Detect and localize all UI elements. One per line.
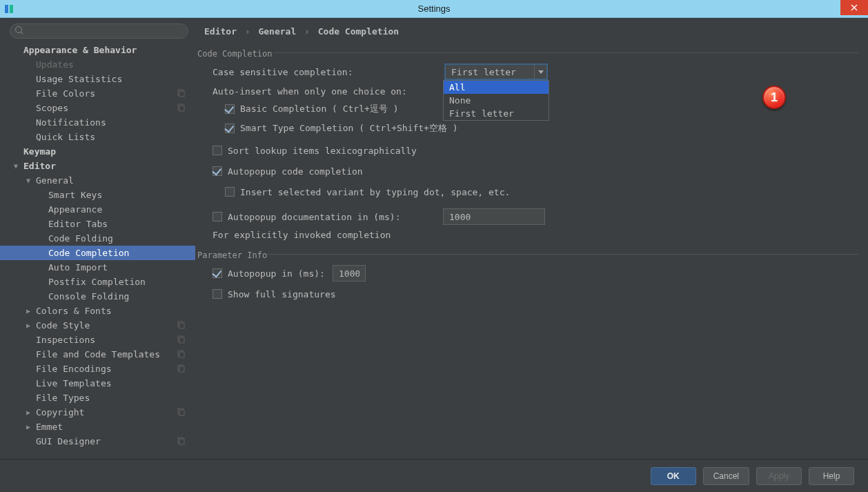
ok-button[interactable]: OK xyxy=(651,467,696,485)
autopopup-doc-checkbox[interactable] xyxy=(213,212,222,222)
svg-rect-11 xyxy=(179,352,184,357)
tree-item-label: Appearance & Behavior xyxy=(23,45,137,55)
tree-item[interactable]: ▶Copyright xyxy=(0,405,195,420)
auto-insert-label: Auto-insert when only one choice on: xyxy=(213,86,407,97)
settings-tree: Appearance & BehaviorUpdatesUsage Statis… xyxy=(0,41,195,459)
search-input[interactable] xyxy=(10,23,188,39)
breadcrumb: Editor › General › Code Completion xyxy=(197,18,858,43)
full-signatures-checkbox[interactable] xyxy=(213,289,222,299)
case-sensitive-select[interactable]: First letter xyxy=(444,63,548,80)
dropdown-option-none[interactable]: None xyxy=(444,94,549,107)
svg-rect-0 xyxy=(5,5,8,13)
svg-rect-5 xyxy=(179,106,184,111)
breadcrumb-part: Code Completion xyxy=(318,26,399,37)
sort-lexicographically-checkbox[interactable] xyxy=(213,146,222,155)
tree-item[interactable]: ▼General xyxy=(0,173,195,188)
basic-completion-checkbox[interactable] xyxy=(225,104,235,114)
autopopup-completion-checkbox[interactable] xyxy=(213,166,222,176)
tree-item-label: Copyright xyxy=(36,407,84,417)
tree-item[interactable]: ▶Emmet xyxy=(0,420,195,434)
app-icon xyxy=(0,0,18,18)
tree-item-label: Quick Lists xyxy=(36,132,95,142)
tree-item[interactable]: Inspections xyxy=(0,333,195,347)
tree-item-label: File Types xyxy=(36,393,90,403)
tree-item[interactable]: Auto Import xyxy=(0,260,195,275)
tree-item[interactable]: File Encodings xyxy=(0,362,195,376)
titlebar: Settings xyxy=(0,0,868,18)
help-button[interactable]: Help xyxy=(809,467,854,485)
param-autopopup-checkbox[interactable] xyxy=(213,268,222,278)
sort-lexicographically-label: Sort lookup items lexicographically xyxy=(228,146,417,156)
cancel-button[interactable]: Cancel xyxy=(703,467,749,485)
tree-item[interactable]: Editor Tabs xyxy=(0,217,195,231)
tree-item-label: Inspections xyxy=(36,335,95,345)
tree-item[interactable]: Quick Lists xyxy=(0,130,195,144)
tree-item[interactable]: Appearance xyxy=(0,202,195,217)
tree-item-label: Live Templates xyxy=(36,378,112,388)
tree-item-label: Updates xyxy=(36,59,74,70)
svg-rect-1 xyxy=(10,5,13,13)
basic-completion-label: Basic Completion ( Ctrl+逗号 ) xyxy=(240,103,399,115)
tree-item[interactable]: Code Folding xyxy=(0,231,195,246)
tree-item[interactable]: Console Folding xyxy=(0,289,195,304)
dropdown-option-first-letter[interactable]: First letter xyxy=(444,107,549,120)
section-title: Parameter Info xyxy=(197,246,858,264)
chevron-right-icon: › xyxy=(302,26,313,37)
scope-icon xyxy=(177,437,186,447)
autopopup-doc-input[interactable] xyxy=(443,208,545,225)
svg-rect-7 xyxy=(179,323,184,328)
breadcrumb-part[interactable]: Editor xyxy=(204,26,237,37)
chevron-icon: ▶ xyxy=(26,409,33,416)
tree-item[interactable]: Usage Statistics xyxy=(0,72,195,86)
tree-item[interactable]: Appearance & Behavior xyxy=(0,43,195,57)
apply-button[interactable]: Apply xyxy=(756,467,802,485)
window-title: Settings xyxy=(418,3,451,14)
tree-item[interactable]: ▶Code Style xyxy=(0,318,195,333)
tree-item-label: File and Code Templates xyxy=(36,349,160,360)
tree-item-label: Code Folding xyxy=(48,233,113,244)
tree-item[interactable]: Live Templates xyxy=(0,376,195,391)
tree-item[interactable]: Notifications xyxy=(0,115,195,130)
tree-item[interactable]: Postfix Completion xyxy=(0,275,195,289)
dropdown-option-all[interactable]: All xyxy=(444,81,549,94)
tree-item[interactable]: Code Completion xyxy=(0,246,195,260)
tree-item[interactable]: File Types xyxy=(0,391,195,405)
scope-icon xyxy=(177,408,186,418)
button-bar: OK Cancel Apply Help xyxy=(0,459,868,492)
tree-item[interactable]: File and Code Templates xyxy=(0,347,195,362)
chevron-icon: ▼ xyxy=(26,177,33,184)
tree-item[interactable]: ▼Editor xyxy=(0,159,195,173)
tree-item-label: Smart Keys xyxy=(48,190,102,200)
smart-completion-checkbox[interactable] xyxy=(225,124,235,133)
close-button[interactable] xyxy=(840,0,868,15)
chevron-icon: ▼ xyxy=(14,162,21,170)
tree-item[interactable]: GUI Designer xyxy=(0,434,195,449)
param-autopopup-label: Autopopup in (ms): xyxy=(228,268,333,279)
tree-item[interactable]: Keymap xyxy=(0,144,195,159)
tree-item[interactable]: File Colors xyxy=(0,86,195,101)
tree-item[interactable]: ▶Colors & Fonts xyxy=(0,304,195,318)
tree-item-label: Appearance xyxy=(48,204,102,215)
tree-item-label: Notifications xyxy=(36,117,106,128)
main-panel: Editor › General › Code Completion Code … xyxy=(196,18,868,459)
param-autopopup-input[interactable] xyxy=(333,265,366,282)
breadcrumb-part[interactable]: General xyxy=(258,26,296,37)
scope-icon xyxy=(177,335,186,346)
tree-item-label: Code Style xyxy=(36,320,90,331)
tree-item-label: File Encodings xyxy=(36,364,112,374)
chevron-icon: ▶ xyxy=(26,307,33,315)
search-icon xyxy=(15,26,23,35)
autopopup-completion-label: Autopopup code completion xyxy=(228,166,363,177)
tree-item-label: Usage Statistics xyxy=(36,74,122,84)
tree-item[interactable]: Smart Keys xyxy=(0,188,195,202)
scope-icon xyxy=(177,104,186,114)
scope-icon xyxy=(177,364,186,375)
sidebar: Appearance & BehaviorUpdatesUsage Statis… xyxy=(0,18,196,459)
insert-variant-checkbox[interactable] xyxy=(225,187,235,197)
chevron-icon: ▶ xyxy=(26,322,33,329)
tree-item[interactable]: Updates xyxy=(0,57,195,72)
insert-variant-label: Insert selected variant by typing dot, s… xyxy=(240,187,510,197)
full-signatures-label: Show full signatures xyxy=(228,289,336,299)
tree-item-label: File Colors xyxy=(36,88,95,99)
tree-item[interactable]: Scopes xyxy=(0,101,195,115)
